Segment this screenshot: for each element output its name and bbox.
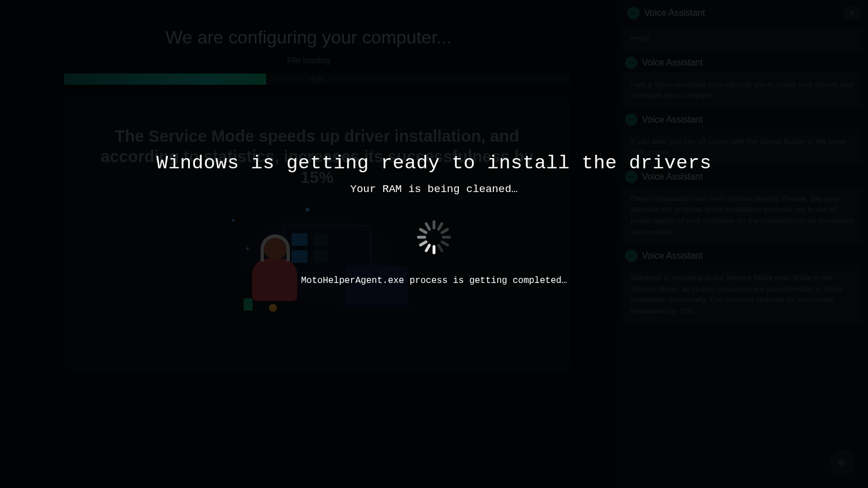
loading-overlay: Windows is getting ready to install the …	[0, 0, 868, 488]
overlay-subtitle: Your RAM is being cleaned…	[350, 183, 518, 195]
spinner-icon	[417, 220, 451, 254]
overlay-footer: MotoHelperAgent.exe process is getting c…	[301, 276, 567, 286]
overlay-title: Windows is getting ready to install the …	[157, 152, 711, 174]
